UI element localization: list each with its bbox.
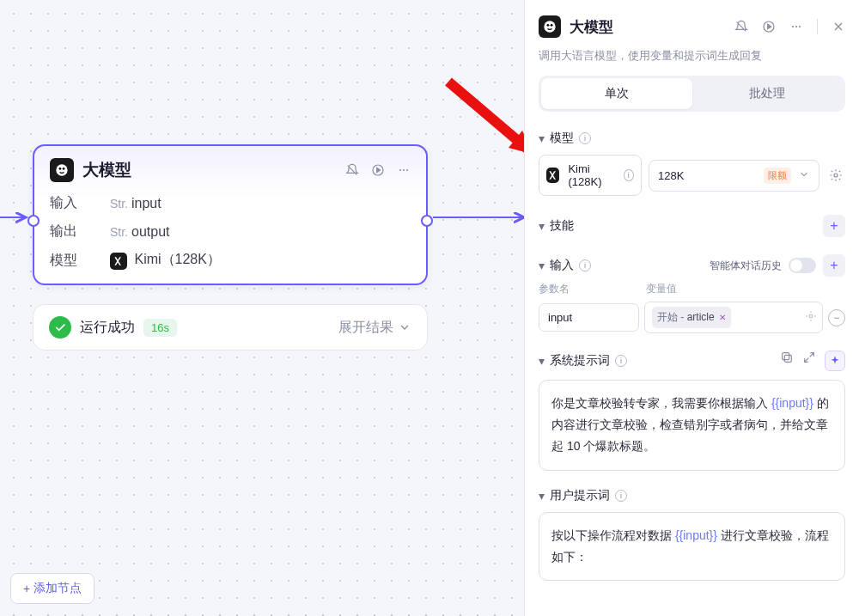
chevron-down-icon: ▾ — [539, 131, 545, 145]
run-duration-badge: 16s — [143, 319, 177, 337]
chip-remove-icon[interactable]: ✕ — [719, 313, 726, 322]
more-icon[interactable] — [789, 20, 803, 34]
bell-off-icon[interactable] — [734, 20, 748, 34]
svg-point-6 — [406, 169, 408, 171]
info-icon[interactable]: i — [579, 132, 591, 144]
remove-param-button[interactable]: − — [828, 309, 845, 326]
info-icon[interactable]: i — [615, 490, 627, 502]
var-config-icon[interactable] — [805, 310, 817, 325]
context-size: 128K — [658, 169, 684, 182]
node-output-label: 输出 — [50, 223, 91, 241]
panel-title: 大模型 — [570, 17, 726, 37]
play-icon[interactable] — [371, 163, 385, 177]
model-section-label: 模型 — [550, 131, 574, 146]
chevron-down-icon: ▾ — [539, 219, 545, 233]
node-title: 大模型 — [82, 159, 337, 181]
kimi-icon — [546, 168, 559, 183]
history-label: 智能体对话历史 — [710, 259, 782, 273]
add-node-label: 添加节点 — [34, 581, 82, 596]
model-settings-button[interactable] — [826, 166, 845, 185]
run-result-bar: 运行成功 16s 展开结果 — [33, 304, 428, 351]
chevron-down-icon: ▾ — [539, 259, 545, 272]
model-section-head[interactable]: ▾ 模型 i — [539, 131, 845, 146]
node-model-value: Kimi（128K） — [134, 252, 220, 266]
prompt-variable: {{input}} — [675, 528, 717, 542]
node-avatar-icon — [50, 158, 74, 182]
user-prompt-label: 用户提示词 — [550, 488, 610, 503]
expand-icon[interactable] — [802, 351, 816, 371]
limit-badge: 限额 — [764, 168, 791, 184]
user-prompt-section-head[interactable]: ▾ 用户提示词 i — [539, 488, 845, 503]
panel-avatar-icon — [539, 15, 561, 38]
node-output-port[interactable] — [421, 215, 433, 227]
svg-point-9 — [551, 24, 553, 27]
param-value-input[interactable]: 开始 - article ✕ — [644, 302, 823, 333]
history-toggle[interactable] — [789, 258, 816, 273]
expand-result-button[interactable]: 展开结果 — [338, 319, 411, 337]
model-name: Kimi (128K) — [568, 162, 618, 188]
add-node-button[interactable]: + 添加节点 — [10, 573, 94, 604]
svg-point-15 — [809, 314, 813, 318]
llm-node[interactable]: 大模型 输入 Str.input 输出 Str.output 模型 Kimi（1… — [33, 144, 428, 285]
add-skill-button[interactable]: + — [823, 215, 845, 237]
system-prompt-section-head[interactable]: ▾ 系统提示词 i — [539, 353, 627, 369]
skill-section-head[interactable]: ▾ 技能 — [539, 218, 574, 234]
svg-point-14 — [834, 174, 838, 177]
param-name-input[interactable]: input — [539, 303, 639, 332]
type-tag: Str. — [110, 225, 128, 239]
info-icon[interactable]: i — [624, 169, 634, 181]
svg-point-5 — [403, 169, 405, 171]
input-section-label: 输入 — [550, 258, 574, 273]
plus-icon: + — [23, 582, 30, 595]
success-icon — [49, 316, 71, 338]
expand-label: 展开结果 — [338, 319, 393, 337]
col-param-label: 参数名 — [539, 282, 639, 296]
svg-point-12 — [795, 26, 797, 27]
skill-section-label: 技能 — [550, 218, 574, 234]
context-select[interactable]: 128K 限额 — [649, 160, 819, 192]
node-input-port[interactable] — [27, 215, 40, 227]
tab-batch[interactable]: 批处理 — [692, 78, 844, 109]
system-prompt-label: 系统提示词 — [550, 353, 610, 369]
col-value-label: 变量值 — [646, 282, 677, 296]
run-status: 运行成功 — [80, 319, 135, 337]
param-name-value: input — [548, 311, 572, 324]
chevron-down-icon: ▾ — [539, 354, 545, 368]
separator — [817, 19, 818, 34]
input-section-head[interactable]: ▾ 输入 i — [539, 258, 591, 273]
copy-icon[interactable] — [780, 351, 794, 371]
svg-point-13 — [799, 26, 801, 27]
node-model-label: 模型 — [50, 252, 91, 270]
variable-chip[interactable]: 开始 - article ✕ — [652, 307, 731, 328]
workflow-canvas[interactable]: 大模型 输入 Str.input 输出 Str.output 模型 Kimi（1… — [0, 0, 524, 616]
node-config-panel: 大模型 调用大语言模型，使用变量和提示词生成回复 单次 批处理 ▾ 模型 i K… — [524, 0, 859, 616]
info-icon[interactable]: i — [579, 259, 591, 271]
svg-rect-16 — [784, 355, 791, 362]
svg-point-7 — [544, 21, 555, 32]
model-select[interactable]: Kimi (128K) i — [539, 155, 642, 196]
output-var-name: output — [131, 224, 169, 239]
play-icon[interactable] — [762, 20, 776, 34]
svg-point-11 — [792, 26, 794, 27]
prompt-variable: {{input}} — [771, 396, 813, 410]
ai-generate-button[interactable] — [825, 351, 845, 371]
panel-description: 调用大语言模型，使用变量和提示词生成回复 — [539, 48, 845, 64]
node-input-label: 输入 — [50, 194, 91, 212]
system-prompt-textarea[interactable]: 你是文章校验转专家，我需要你根据输入 {{input}} 的内容进行文章校验，检… — [539, 380, 845, 471]
add-input-button[interactable]: + — [823, 254, 845, 277]
tab-single[interactable]: 单次 — [541, 78, 692, 109]
svg-point-4 — [399, 169, 401, 171]
kimi-icon — [110, 253, 127, 270]
info-icon[interactable]: i — [615, 355, 627, 367]
more-icon[interactable] — [397, 163, 411, 177]
svg-point-8 — [547, 24, 550, 27]
close-icon[interactable] — [832, 20, 845, 34]
bell-off-icon[interactable] — [345, 163, 359, 177]
chevron-down-icon: ▾ — [539, 489, 545, 503]
svg-point-2 — [63, 168, 65, 170]
input-var-name: input — [131, 196, 161, 210]
user-prompt-textarea[interactable]: 按以下操作流程对数据 {{input}} 进行文章校验，流程如下： — [539, 512, 845, 581]
mode-tabs: 单次 批处理 — [539, 76, 845, 112]
type-tag: Str. — [110, 197, 128, 210]
svg-point-1 — [59, 168, 62, 170]
